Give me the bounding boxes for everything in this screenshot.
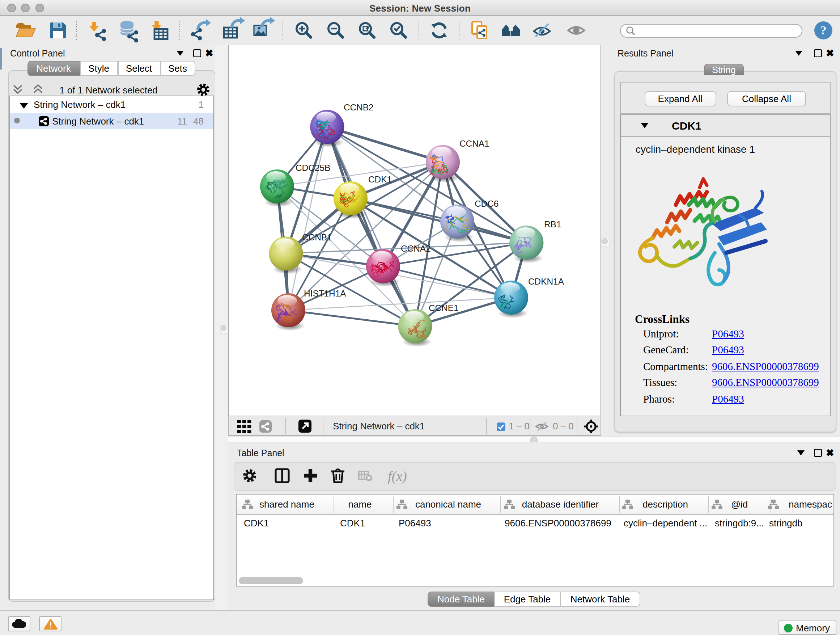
svg-text:CDC25B: CDC25B: [295, 163, 330, 173]
svg-text:CCNA1: CCNA1: [459, 139, 489, 149]
svg-text:shared name: shared name: [259, 499, 314, 510]
svg-text:CDC6: CDC6: [475, 199, 499, 209]
svg-text:name: name: [347, 499, 371, 510]
svg-text:CCNE1: CCNE1: [429, 303, 459, 313]
svg-text:CDK1: CDK1: [368, 174, 392, 184]
svg-text:@id: @id: [731, 499, 748, 510]
svg-text:namespac: namespac: [788, 499, 832, 510]
svg-text:HIST1H1A: HIST1H1A: [304, 288, 346, 298]
svg-text:CCNB2: CCNB2: [344, 103, 374, 112]
svg-text:CCNA2: CCNA2: [401, 244, 431, 253]
svg-text:canonical name: canonical name: [415, 499, 481, 510]
svg-text:CCNB1: CCNB1: [302, 233, 332, 242]
svg-text:?: ?: [821, 24, 827, 37]
svg-text:RB1: RB1: [544, 219, 561, 229]
svg-text:f(x): f(x): [388, 469, 407, 484]
svg-text:description: description: [642, 499, 688, 510]
svg-text:CDKN1A: CDKN1A: [528, 277, 564, 287]
svg-text:database identifier: database identifier: [522, 499, 599, 510]
